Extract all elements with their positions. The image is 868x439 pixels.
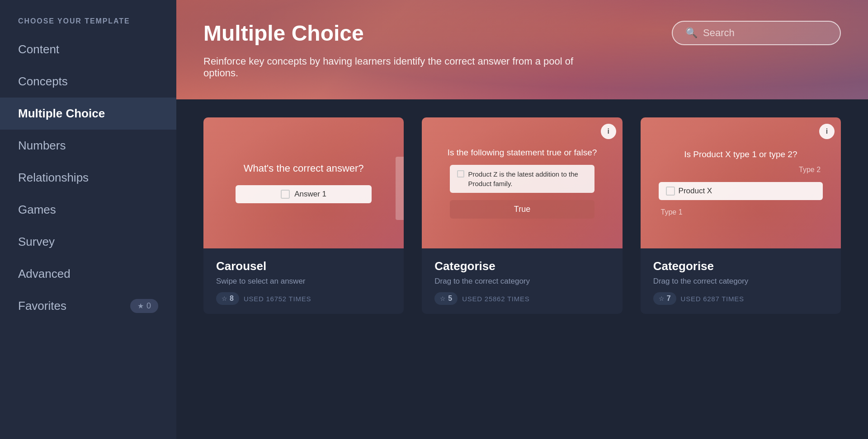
card-title-categorise-1: Categorise xyxy=(434,259,609,273)
search-input[interactable] xyxy=(703,27,827,39)
rating-carousel: 8 xyxy=(230,294,234,303)
header-top: Multiple Choice 🔍 xyxy=(203,21,841,52)
star-rating-carousel: ☆ 8 xyxy=(216,292,239,305)
card-subtitle-categorise-1: Drag to the correct category xyxy=(434,277,609,286)
card-meta-categorise-2: ☆ 7 USED 6287 TIMES xyxy=(653,292,828,305)
card-title-carousel: Carousel xyxy=(216,259,391,273)
star-rating-categorise-2: ☆ 7 xyxy=(653,292,676,305)
sidebar-item-survey[interactable]: Survey xyxy=(0,226,176,258)
info-button-categorise-2[interactable]: i xyxy=(819,124,835,139)
page-title: Multiple Choice xyxy=(203,21,364,46)
categorise2-product-box: Product X xyxy=(659,182,823,200)
header-banner: Multiple Choice 🔍 Reinforce key concepts… xyxy=(176,0,868,99)
rating-categorise-1: 5 xyxy=(448,294,452,303)
sidebar: CHOOSE YOUR TEMPLATE Content Concepts Mu… xyxy=(0,0,176,439)
info-button-categorise-1[interactable]: i xyxy=(601,124,616,139)
sidebar-item-content[interactable]: Content xyxy=(0,33,176,65)
main-content: Multiple Choice 🔍 Reinforce key concepts… xyxy=(176,0,868,439)
categorise-stmt-box: Product Z is the latest addition to the … xyxy=(450,165,594,193)
card-meta-categorise-1: ☆ 5 USED 25862 TIMES xyxy=(434,292,609,305)
search-box[interactable]: 🔍 xyxy=(672,21,841,45)
search-icon: 🔍 xyxy=(685,27,698,39)
star-icon-sm: ☆ xyxy=(222,295,227,302)
preview-carousel-content: What's the correct answer? Answer 1 xyxy=(223,163,384,203)
sidebar-item-multiple-choice[interactable]: Multiple Choice xyxy=(0,98,176,130)
header-description: Reinforce key concepts by having learner… xyxy=(203,56,610,79)
card-subtitle-categorise-2: Drag to the correct category xyxy=(653,277,828,286)
card-content-carousel: Carousel Swipe to select an answer ☆ 8 U… xyxy=(203,248,404,314)
template-card-categorise-1[interactable]: i Is the following statement true or fal… xyxy=(422,117,622,314)
sidebar-item-numbers[interactable]: Numbers xyxy=(0,130,176,162)
sidebar-item-concepts[interactable]: Concepts xyxy=(0,65,176,98)
card-preview-categorise-2: i Is Product X type 1 or type 2? Type 2 … xyxy=(641,117,841,248)
categorise2-product-text: Product X xyxy=(679,187,712,196)
template-grid: What's the correct answer? Answer 1 Caro… xyxy=(203,117,841,314)
preview-categorise-content: Is the following statement true or false… xyxy=(442,148,603,219)
product-checkbox-icon xyxy=(666,187,675,196)
categorise-true-btn: True xyxy=(450,200,594,219)
type1-label: Type 1 xyxy=(659,208,683,216)
used-count-categorise-2: USED 6287 TIMES xyxy=(681,295,744,303)
categorise-preview-question: Is the following statement true or false… xyxy=(448,148,597,158)
stmt-checkbox-icon xyxy=(457,170,464,177)
card-preview-categorise-1: i Is the following statement true or fal… xyxy=(422,117,622,248)
sidebar-item-games[interactable]: Games xyxy=(0,194,176,226)
carousel-answer-text: Answer 1 xyxy=(294,190,326,199)
sidebar-item-relationships[interactable]: Relationships xyxy=(0,162,176,194)
answer-checkbox-icon xyxy=(281,190,290,199)
type2-label: Type 2 xyxy=(799,166,823,174)
content-area: What's the correct answer? Answer 1 Caro… xyxy=(176,99,868,439)
card-preview-carousel: What's the correct answer? Answer 1 xyxy=(203,117,404,248)
star-rating-categorise-1: ☆ 5 xyxy=(434,292,458,305)
star-icon-sm-3: ☆ xyxy=(659,295,665,302)
card-content-categorise-2: Categorise Drag to the correct category … xyxy=(641,248,841,314)
star-icon: ★ xyxy=(137,302,144,310)
template-card-categorise-2[interactable]: i Is Product X type 1 or type 2? Type 2 … xyxy=(641,117,841,314)
sidebar-header: CHOOSE YOUR TEMPLATE xyxy=(0,0,176,33)
used-count-carousel: USED 16752 TIMES xyxy=(244,295,311,303)
card-subtitle-carousel: Swipe to select an answer xyxy=(216,277,391,286)
carousel-side-bar xyxy=(396,157,404,220)
star-icon-sm-2: ☆ xyxy=(440,295,446,302)
favorites-badge: ★ 0 xyxy=(130,299,158,313)
preview-categorise2-content: Is Product X type 1 or type 2? Type 2 Pr… xyxy=(659,149,823,216)
template-card-carousel[interactable]: What's the correct answer? Answer 1 Caro… xyxy=(203,117,404,314)
carousel-preview-question: What's the correct answer? xyxy=(244,163,364,174)
sidebar-item-advanced[interactable]: Advanced xyxy=(0,258,176,290)
categorise-stmt-text: Product Z is the latest addition to the … xyxy=(468,169,587,188)
carousel-answer-box: Answer 1 xyxy=(236,185,372,203)
used-count-categorise-1: USED 25862 TIMES xyxy=(462,295,529,303)
categorise2-preview-question: Is Product X type 1 or type 2? xyxy=(684,149,797,159)
rating-categorise-2: 7 xyxy=(667,294,671,303)
card-title-categorise-2: Categorise xyxy=(653,259,828,273)
sidebar-item-favorites[interactable]: Favorites ★ 0 xyxy=(0,290,176,322)
header-title-group: Multiple Choice xyxy=(203,21,364,52)
card-content-categorise-1: Categorise Drag to the correct category … xyxy=(422,248,622,314)
card-meta-carousel: ☆ 8 USED 16752 TIMES xyxy=(216,292,391,305)
